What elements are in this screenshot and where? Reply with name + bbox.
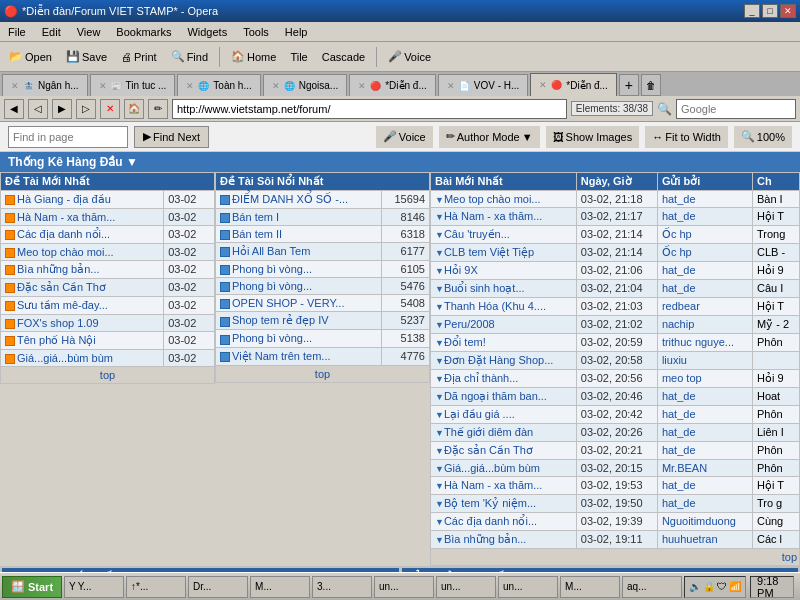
taskbar-item-9[interactable]: aq...: [622, 576, 682, 598]
author-link[interactable]: huuhuetran: [662, 533, 718, 545]
voice-find-button[interactable]: 🎤 Voice: [376, 126, 433, 148]
top-link-hottest[interactable]: top: [315, 368, 330, 380]
taskbar-item-1[interactable]: ↑*...: [126, 576, 186, 598]
maximize-button[interactable]: □: [762, 4, 778, 18]
topic-link[interactable]: Các địa danh nổi...: [17, 228, 110, 240]
post-link[interactable]: Địa chỉ thành...: [444, 372, 519, 384]
taskbar-item-3[interactable]: M...: [250, 576, 310, 598]
author-link[interactable]: hat_de: [662, 193, 696, 205]
post-link[interactable]: Peru/2008: [444, 318, 495, 330]
taskbar-item-8[interactable]: M...: [560, 576, 620, 598]
find-input[interactable]: [8, 126, 128, 148]
author-link[interactable]: Nguoitimduong: [662, 515, 736, 527]
author-link[interactable]: hat_de: [662, 479, 696, 491]
post-link[interactable]: Meo top chào moi...: [444, 193, 541, 205]
topic-link[interactable]: Hỏi All Ban Tem: [232, 245, 310, 257]
topic-link[interactable]: OPEN SHOP - VERY...: [232, 297, 345, 309]
topic-link[interactable]: Bán tem I: [232, 211, 279, 223]
topic-link[interactable]: Shop tem rẻ đẹp IV: [232, 314, 329, 326]
post-link[interactable]: Lại đầu giá ....: [444, 408, 515, 420]
post-link[interactable]: Bìa những bản...: [444, 533, 527, 545]
tab-close-icon[interactable]: ✕: [272, 81, 280, 91]
post-link[interactable]: Đặc sản Cần Thơ: [444, 444, 533, 456]
page-scroll[interactable]: Thống Kê Hàng Đầu ▼ Đề Tài Mới Nhất Hà G…: [0, 152, 800, 572]
post-link[interactable]: Thanh Hóa (Khu 4....: [444, 300, 546, 312]
show-images-button[interactable]: 🖼 Show Images: [546, 126, 640, 148]
author-link[interactable]: hat_de: [662, 264, 696, 276]
topic-link[interactable]: Bìa những bản...: [17, 263, 100, 275]
address-input[interactable]: [172, 99, 567, 119]
back-button[interactable]: ◀: [4, 99, 24, 119]
topic-link[interactable]: Tên phố Hà Nội: [17, 334, 96, 346]
post-link[interactable]: Buổi sinh hoạt...: [444, 282, 525, 294]
author-link[interactable]: hat_de: [662, 210, 696, 222]
taskbar-item-2[interactable]: Dr...: [188, 576, 248, 598]
author-link[interactable]: hat_de: [662, 390, 696, 402]
tab-trash-button[interactable]: 🗑: [641, 74, 661, 96]
taskbar-item-5[interactable]: un...: [374, 576, 434, 598]
topic-link[interactable]: Phong bì vòng...: [232, 332, 312, 344]
cascade-button[interactable]: Cascade: [317, 45, 370, 69]
top-link-newest[interactable]: top: [100, 369, 115, 381]
tab-add-button[interactable]: +: [619, 74, 639, 96]
tab-5[interactable]: ✕ 📄 VOV - H...: [438, 74, 529, 96]
taskbar-item-4[interactable]: 3...: [312, 576, 372, 598]
tab-2[interactable]: ✕ 🌐 Toàn h...: [177, 74, 260, 96]
post-link[interactable]: Hà Nam - xa thăm...: [444, 479, 542, 491]
post-link[interactable]: Hà Nam - xa thăm...: [444, 210, 542, 222]
forward-button[interactable]: ▶: [52, 99, 72, 119]
tab-0[interactable]: ✕ 🏦 Ngân h...: [2, 74, 88, 96]
top-link-newposts[interactable]: top: [782, 551, 797, 563]
topic-link[interactable]: Phong bì vòng...: [232, 280, 312, 292]
topic-link[interactable]: Giá...giá...bùm bùm: [17, 352, 113, 364]
post-link[interactable]: Câu 'truyền...: [444, 228, 510, 240]
home-nav-button[interactable]: ✏: [148, 99, 168, 119]
search-input[interactable]: [676, 99, 796, 119]
author-link[interactable]: liuxiu: [662, 354, 687, 366]
tab-close-icon[interactable]: ✕: [447, 81, 455, 91]
tab-close-icon[interactable]: ✕: [186, 81, 194, 91]
author-link[interactable]: Ốc hp: [662, 228, 692, 240]
author-link[interactable]: hat_de: [662, 426, 696, 438]
author-link[interactable]: Mr.BEAN: [662, 462, 707, 474]
minimize-button[interactable]: _: [744, 4, 760, 18]
post-link[interactable]: Hỏi 9X: [444, 264, 478, 276]
close-button[interactable]: ✕: [780, 4, 796, 18]
topic-link[interactable]: Hà Giang - địa đầu: [17, 193, 111, 205]
topic-link[interactable]: Bán tem II: [232, 228, 282, 240]
menu-help[interactable]: Help: [281, 25, 312, 39]
author-link[interactable]: hat_de: [662, 444, 696, 456]
author-link[interactable]: trithuc nguye...: [662, 336, 734, 348]
start-button[interactable]: 🪟 Start: [2, 576, 62, 598]
menu-widgets[interactable]: Widgets: [183, 25, 231, 39]
author-link[interactable]: hat_de: [662, 497, 696, 509]
author-link[interactable]: redbear: [662, 300, 700, 312]
topic-link[interactable]: Meo top chào moi...: [17, 246, 114, 258]
topic-link[interactable]: FOX's shop 1.09: [17, 317, 99, 329]
menu-file[interactable]: File: [4, 25, 30, 39]
home-button[interactable]: 🏠 Home: [226, 45, 281, 69]
tab-6[interactable]: ✕ 🔴 *Diễn đ...: [530, 73, 617, 96]
topic-link[interactable]: ĐIỂM DANH XỔ SỐ -...: [232, 193, 348, 205]
forward2-button[interactable]: ▷: [76, 99, 96, 119]
taskbar-item-0[interactable]: Y Y...: [64, 576, 124, 598]
topic-link[interactable]: Việt Nam trên tem...: [232, 350, 331, 362]
fit-to-width-button[interactable]: ↔ Fit to Width: [645, 126, 728, 148]
post-link[interactable]: Thế giới diêm đàn: [444, 426, 533, 438]
menu-view[interactable]: View: [73, 25, 105, 39]
author-link[interactable]: nachip: [662, 318, 694, 330]
post-link[interactable]: Dã ngoại thăm ban...: [444, 390, 547, 402]
zoom-button[interactable]: 🔍 100%: [734, 126, 792, 148]
topic-link[interactable]: Đặc sản Cần Thơ: [17, 281, 106, 293]
save-button[interactable]: 💾 Save: [61, 45, 112, 69]
tile-button[interactable]: Tile: [285, 45, 312, 69]
author-link[interactable]: meo top: [662, 372, 702, 384]
author-link[interactable]: Ốc hp: [662, 246, 692, 258]
reload-button[interactable]: 🏠: [124, 99, 144, 119]
tab-3[interactable]: ✕ 🌐 Ngoisa...: [263, 74, 347, 96]
menu-edit[interactable]: Edit: [38, 25, 65, 39]
tab-close-icon[interactable]: ✕: [539, 80, 547, 90]
taskbar-item-7[interactable]: un...: [498, 576, 558, 598]
back2-button[interactable]: ◁: [28, 99, 48, 119]
tab-1[interactable]: ✕ 📰 Tin tuc ...: [90, 74, 176, 96]
